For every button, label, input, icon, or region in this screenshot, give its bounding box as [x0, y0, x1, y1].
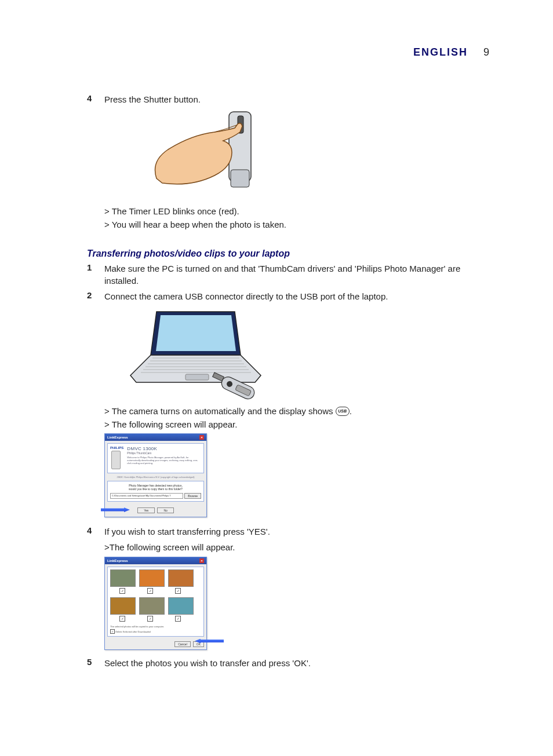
dialog-message-panel: Photo Manager has detected new photos, w… — [107, 481, 204, 502]
checkbox[interactable]: ✓ — [119, 616, 125, 622]
step-4-shutter: 4 Press the Shutter button. — [87, 93, 489, 105]
photo-thumbnail[interactable] — [168, 569, 194, 587]
screenshot-linkexpress-prompt: LinkExpress × PHILIPS DMVC 1300K Philips… — [104, 433, 489, 517]
photo-thumbnail[interactable] — [110, 597, 136, 615]
photo-thumbnail[interactable] — [139, 569, 165, 587]
checkbox[interactable]: ✓ — [147, 588, 153, 594]
delete-after-download-row: ✓ Delete Selected after Downloaded — [110, 629, 201, 634]
step-text: Press the Shutter button. — [104, 93, 489, 105]
step-number: 4 — [87, 93, 104, 103]
photo-thumbnail[interactable] — [168, 597, 194, 615]
pointer-arrow-icon — [195, 639, 224, 644]
dialog-thumbnail-panel: ✓ ✓ ✓ ✓ ✓ ✓ The selected photos will be … — [107, 567, 204, 637]
step-4-result-1: > The Timer LED blinks once (red). — [104, 205, 489, 218]
section-title-transferring: Transferring photos/video clips to your … — [87, 249, 489, 259]
checkbox-row: ✓ ✓ ✓ — [110, 588, 201, 594]
yes-button[interactable]: Yes — [137, 507, 155, 513]
browse-button[interactable]: Browse — [184, 493, 201, 499]
checkbox[interactable]: ✓ — [175, 588, 181, 594]
svg-rect-3 — [185, 374, 209, 380]
step-text: Make sure the PC is turned on and that '… — [104, 262, 489, 287]
transfer-step-5: 5 Select the photos you wish to transfer… — [87, 657, 489, 669]
product-model: DMVC 1300K — [127, 446, 201, 451]
dialog-linkexpress: LinkExpress × PHILIPS DMVC 1300K Philips… — [104, 433, 207, 517]
dialog-title-bar: LinkExpress × — [105, 434, 206, 441]
dialog-linkexpress-select: LinkExpress × ✓ ✓ ✓ — [104, 557, 207, 650]
dialog-header-panel: PHILIPS DMVC 1300K Philips ThumbCam Welc… — [107, 443, 204, 473]
product-subtitle: Philips ThumbCam — [127, 451, 201, 455]
copyright-text: 2003© Koninklijke Philips Electronics N.… — [108, 476, 203, 479]
step-text: If you wish to start transferring press … — [104, 525, 489, 538]
transfer-step-2-result-2: > The following screen will appear. — [104, 418, 489, 432]
cancel-button[interactable]: Cancel — [174, 641, 191, 647]
svg-rect-1 — [231, 170, 249, 187]
camera-icon — [111, 451, 121, 469]
result-text-post: . — [350, 406, 352, 416]
screenshot-linkexpress-select: LinkExpress × ✓ ✓ ✓ — [104, 557, 489, 650]
dialog-button-row: Cancel OK — [105, 639, 206, 649]
step-number: 5 — [87, 657, 104, 667]
path-field[interactable]: C:\Documents and Settings\user\My Docume… — [110, 493, 183, 499]
checkbox[interactable]: ✓ — [147, 616, 153, 622]
illustration-press-shutter — [145, 109, 261, 202]
close-icon[interactable]: × — [199, 558, 204, 563]
illustration-laptop-usb — [125, 306, 270, 401]
close-icon[interactable]: × — [199, 435, 204, 440]
result-text-pre: > The camera turns on automatically and … — [104, 406, 336, 416]
transfer-step-2-result-1: > The camera turns on automatically and … — [104, 405, 489, 418]
checkbox-row: ✓ ✓ ✓ — [110, 616, 201, 622]
photo-thumbnail[interactable] — [110, 569, 136, 587]
page-header: ENGLISH 9 — [87, 46, 489, 59]
delete-label: Delete Selected after Downloaded — [115, 630, 151, 633]
dialog-title: LinkExpress — [107, 436, 128, 439]
page-content: ENGLISH 9 4 Press the Shutter button. > … — [0, 0, 553, 707]
step-text: Select the photos you wish to transfer a… — [104, 657, 489, 669]
transfer-step-4: 4 If you wish to start transferring pres… — [87, 525, 489, 538]
transfer-step-1: 1 Make sure the PC is turned on and that… — [87, 262, 489, 287]
step-text: Connect the camera USB connector directl… — [104, 290, 489, 302]
checkbox[interactable]: ✓ — [119, 588, 125, 594]
dialog-message-2: would you like to copy them to this fold… — [110, 487, 201, 491]
step-4-result-2: > You will hear a beep when the photo is… — [104, 218, 489, 232]
usb-icon: USB — [336, 407, 350, 416]
photo-thumbnail[interactable] — [139, 597, 165, 615]
dialog-title-bar: LinkExpress × — [105, 557, 206, 564]
checkbox[interactable]: ✓ — [110, 629, 115, 634]
step-number: 2 — [87, 290, 104, 300]
brand-logo: PHILIPS — [110, 446, 123, 450]
header-page-number: 9 — [483, 46, 489, 58]
product-description: Welcome to Philips Photo Manager, powere… — [127, 456, 201, 465]
checkbox[interactable]: ✓ — [175, 616, 181, 622]
step-number: 4 — [87, 525, 104, 535]
thumbnail-row — [110, 569, 201, 587]
no-button[interactable]: No — [157, 507, 173, 513]
dialog-title: LinkExpress — [107, 559, 128, 563]
header-language: ENGLISH — [413, 46, 468, 58]
transfer-step-2: 2 Connect the camera USB connector direc… — [87, 290, 489, 302]
step-number: 1 — [87, 262, 104, 272]
dialog-copy-message: The selected photos will be copied to yo… — [110, 625, 201, 628]
transfer-step-4-result: >The following screen will appear. — [104, 541, 489, 554]
thumbnail-row — [110, 597, 201, 615]
